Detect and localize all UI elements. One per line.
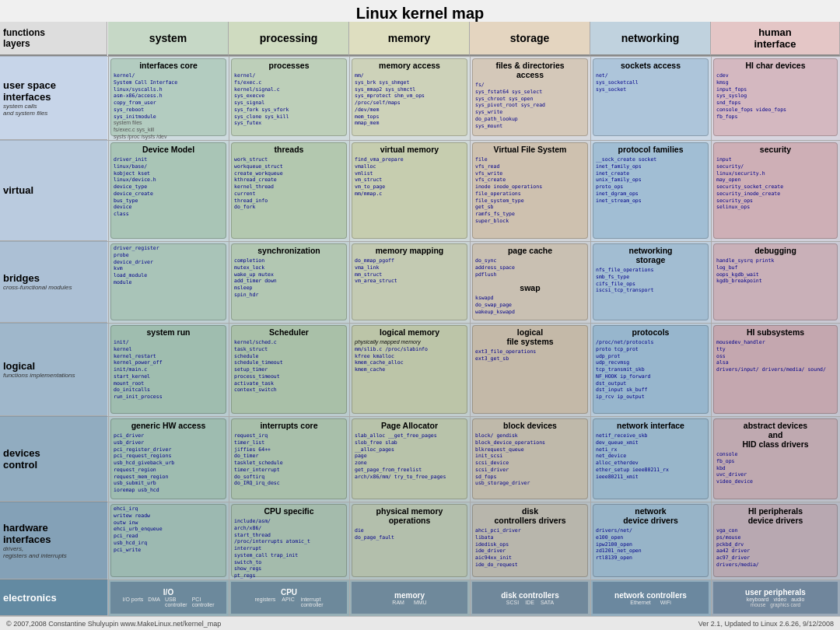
page-cache-title: page cache bbox=[473, 244, 587, 257]
block-processes-user: processes kernel/ fs/exec.c kernel/signa… bbox=[231, 58, 347, 136]
block-system-bridges: driver_register probe device_driver kvm … bbox=[110, 243, 226, 320]
mmu-label: MMU bbox=[414, 600, 427, 605]
interfaces-core-title: interfaces core bbox=[111, 59, 226, 72]
hi-char-content: cdev kmsg input_fops sys_syslog snd_fops… bbox=[714, 72, 837, 121]
layer-electronics-title: electronics bbox=[3, 592, 107, 604]
electronics-memory: memory RAM MMU bbox=[352, 582, 467, 614]
interrupts-core-title: interrupts core bbox=[232, 419, 346, 432]
footer-copyright: © 2007,2008 Constantine Shulyupin www.Ma… bbox=[6, 620, 221, 628]
physical-memory-content: die do_page_fault bbox=[352, 527, 467, 542]
net-interface-title: network interface bbox=[593, 419, 708, 432]
user-periph-extra: mouse graphics card bbox=[751, 602, 800, 607]
hline-2 bbox=[0, 241, 840, 242]
page-cache-content: do_sync address_space pdflush bbox=[473, 257, 587, 278]
abstract-hid-content: console fb_ops kbd uvc_driver video_devi… bbox=[714, 450, 837, 486]
net-storage-content: nfs_file_operations smb_fs_type cifs_fil… bbox=[593, 266, 708, 295]
ram-label: RAM bbox=[392, 600, 404, 605]
sync-title: synchronization bbox=[232, 244, 346, 257]
hline-5 bbox=[0, 502, 840, 502]
layer-devices-title2: control bbox=[3, 459, 107, 471]
user-periph-label: user peripherals bbox=[745, 588, 806, 597]
block-memory-access: memory access mm/ sys_brk sys_shmget sys… bbox=[352, 58, 467, 136]
io-ports: I/O ports bbox=[123, 597, 144, 607]
net-dev-drivers-content: drivers/net/ e100_open ipw2100_open zd12… bbox=[593, 527, 708, 562]
block-block-devices: block devices block/ gendisk block_devic… bbox=[472, 418, 588, 499]
block-threads: threads work_struct workqueue_struct cre… bbox=[231, 142, 347, 239]
audio-label: audio bbox=[791, 597, 804, 602]
protocols-title: protocols bbox=[593, 326, 708, 338]
logical-memory-content: physically mapped memory mm/slib.c /proc… bbox=[352, 338, 467, 374]
block-debugging: debugging handle_sysrq printk log_buf oo… bbox=[713, 243, 838, 320]
page-title: Linux kernel map bbox=[0, 0, 840, 24]
processes-user-content: kernel/ fs/exec.c kernel/signal.c sys_ex… bbox=[232, 72, 346, 128]
block-abstract-hid: abstract devicesandHID class drivers con… bbox=[713, 418, 838, 499]
block-disk-controllers: diskcontrollers drivers ahci_pci_driver … bbox=[472, 504, 588, 577]
cpu-items: registers APIC interruptcontroller bbox=[255, 597, 324, 607]
threads-title: threads bbox=[232, 143, 346, 156]
col-header-networking: networking bbox=[590, 22, 711, 56]
scheduler-title: Scheduler bbox=[232, 326, 346, 338]
net-storage-title: networkingstorage bbox=[593, 244, 708, 266]
security-title: security bbox=[714, 143, 837, 156]
electronics-disk: disk controllers SCSI IDE SATA bbox=[472, 582, 588, 614]
proto-families-title: protocol families bbox=[593, 143, 708, 156]
block-hi-peripherals: HI peripheralsdevice drivers vga_con ps/… bbox=[713, 504, 838, 577]
layer-user-space-title: user space bbox=[3, 79, 107, 91]
hi-peripherals-title: HI peripheralsdevice drivers bbox=[714, 505, 837, 527]
debugging-content: handle_sysrq printk log_buf oops_kgdb_wa… bbox=[714, 257, 837, 285]
io-pci: PCIcontroller bbox=[192, 597, 215, 607]
layer-logical: logical functions implementations bbox=[0, 323, 107, 416]
page-allocator-content: slab_alloc __get_free_pages slob_free sl… bbox=[352, 432, 467, 481]
block-logical-fs: logicalfile systems ext3_file_operations… bbox=[472, 325, 588, 414]
block-hw-system: ehci_irq writew readw outw inw ehci_urb_… bbox=[110, 504, 226, 577]
generic-hw-content: pci_driver usb_driver pci_register_drive… bbox=[111, 432, 226, 495]
device-model-content: driver_init linux/base/ kobject kset lin… bbox=[111, 156, 226, 219]
cpu-registers: registers bbox=[255, 597, 276, 607]
block-page-allocator: Page Allocator slab_alloc __get_free_pag… bbox=[352, 418, 467, 499]
layers-label: layers bbox=[3, 38, 30, 49]
hi-char-title: HI char devices bbox=[714, 59, 837, 72]
logical-fs-content: ext3_file_operations ext3_get_sb bbox=[473, 348, 587, 363]
layer-electronics: electronics bbox=[0, 579, 107, 616]
virtual-memory-title: virtual memory bbox=[352, 143, 467, 156]
physical-memory-title: physical memoryoperations bbox=[352, 505, 467, 527]
functions-layers-header: functions layers bbox=[0, 22, 107, 56]
block-vfs: Virtual File System file vfs_read vfs_wr… bbox=[472, 142, 588, 239]
block-logical-memory: logical memory physically mapped memory … bbox=[352, 325, 467, 414]
memory-access-title: memory access bbox=[352, 59, 467, 72]
block-cpu-specific: CPU specific include/asm/ arch/x86/ star… bbox=[231, 504, 347, 577]
net-ctrl-items: Ethernet WiFi bbox=[630, 600, 670, 605]
block-physical-memory: physical memoryoperations die do_page_fa… bbox=[352, 504, 467, 577]
block-interfaces-core: interfaces core kernel/ System Call Inte… bbox=[110, 58, 226, 136]
system-run-content: init/ kernel kernel_restart kernel_power… bbox=[111, 338, 226, 401]
sync-content: completion mutex_lock wake_up mutex add_… bbox=[232, 257, 346, 299]
cpu-elec-label: CPU bbox=[281, 588, 297, 597]
block-page-cache-swap: page cache do_sync address_space pdflush… bbox=[472, 243, 588, 320]
debugging-title: debugging bbox=[714, 244, 837, 257]
ethernet-label: Ethernet bbox=[630, 600, 650, 605]
files-dirs-title: files & directoriesaccess bbox=[473, 59, 587, 81]
footer-version: Ver 2.1, Updated to Linux 2.6.26, 9/12/2… bbox=[698, 620, 834, 628]
video-label: video bbox=[773, 597, 786, 602]
io-dma: DMA bbox=[148, 597, 160, 607]
block-hi-char-devices: HI char devices cdev kmsg input_fops sys… bbox=[713, 58, 838, 136]
functions-label: functions bbox=[3, 27, 45, 38]
ide-label: IDE bbox=[525, 600, 534, 605]
processes-user-title: processes bbox=[232, 59, 346, 72]
disk-items: SCSI IDE SATA bbox=[506, 600, 554, 605]
block-networking-storage: networkingstorage nfs_file_operations sm… bbox=[593, 243, 709, 320]
electronics-cpu: CPU registers APIC interruptcontroller bbox=[231, 582, 347, 614]
col-header-memory: memory bbox=[349, 22, 470, 56]
layer-user-space-sub: system callsand system files bbox=[3, 103, 107, 117]
wifi-label: WiFi bbox=[660, 600, 671, 605]
layer-devices-title1: devices bbox=[3, 447, 107, 459]
vfs-content: file vfs_read vfs_write vfs_create inode… bbox=[473, 156, 587, 226]
block-system-run: system run init/ kernel kernel_restart k… bbox=[110, 325, 226, 414]
electronics-user-peripherals: user peripherals keyboard video audio mo… bbox=[713, 582, 838, 614]
hline-3 bbox=[0, 323, 840, 324]
graphics-label: graphics card bbox=[770, 602, 800, 607]
threads-content: work_struct workqueue_struct create_work… bbox=[232, 156, 346, 212]
layer-devices-control: devices control bbox=[0, 416, 107, 502]
block-virtual-memory: virtual memory find_vma_prepare vmalloc … bbox=[352, 142, 467, 239]
layer-bridges-sub: cross-functional modules bbox=[3, 284, 107, 291]
